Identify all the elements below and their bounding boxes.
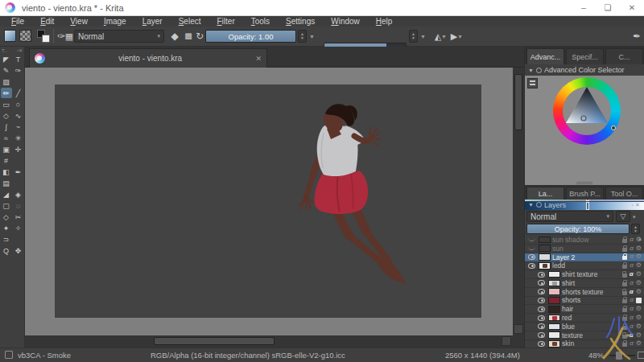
gear-icon[interactable]: ⚙: [636, 262, 642, 269]
gear-icon[interactable]: ⚙: [636, 315, 642, 321]
menu-edit[interactable]: Edit: [32, 16, 62, 27]
polygon-tool[interactable]: ◇: [1, 110, 12, 121]
layer-row-shirt-texture[interactable]: shirt textureα⚙: [525, 270, 644, 279]
layers-docker-header[interactable]: ▼ Layers ▫✕: [525, 200, 644, 210]
layer-visibility-icon[interactable]: [536, 332, 547, 338]
gear-icon[interactable]: ⚙: [636, 332, 642, 339]
inherit-alpha-icon[interactable]: α: [630, 289, 634, 295]
layer-visibility-icon[interactable]: [536, 289, 547, 294]
gradient-swatch[interactable]: [4, 30, 16, 42]
brush-preset-icon[interactable]: [5, 351, 13, 359]
crop-tool[interactable]: #: [1, 155, 12, 166]
inherit-alpha-icon[interactable]: α: [630, 280, 634, 286]
inherit-alpha-icon[interactable]: α: [630, 245, 634, 252]
rect-select-tool[interactable]: ▢: [1, 200, 12, 211]
color-sampler-tool[interactable]: ✒: [13, 167, 24, 177]
minimize-button[interactable]: –: [572, 0, 596, 15]
reload-icon[interactable]: ↻: [193, 30, 206, 43]
gear-icon[interactable]: ⚙: [636, 340, 642, 347]
hsv-triangle[interactable]: [553, 77, 621, 145]
scroll-up-icon[interactable]: ▲: [638, 237, 642, 241]
layer-row-sun[interactable]: sunα⚙: [525, 245, 644, 253]
smart-patch-tool[interactable]: ▤: [1, 178, 12, 188]
inherit-alpha-icon[interactable]: α: [630, 340, 634, 347]
tab-brushp[interactable]: Brush P...: [566, 187, 604, 200]
color-selector-docker-header[interactable]: ▼ Advanced Color Selector: [525, 64, 644, 76]
lock-icon[interactable]: [622, 248, 627, 252]
lock-icon[interactable]: [622, 317, 627, 321]
advanced-color-selector[interactable]: [525, 76, 644, 193]
tab-specif[interactable]: Specif...: [566, 48, 604, 64]
tab-toolo[interactable]: Tool O...: [605, 187, 643, 200]
layer-row-layer-2[interactable]: Layer 2α⚙: [525, 253, 644, 262]
multibrush-tool[interactable]: ✳: [13, 133, 24, 143]
horizontal-scrollbar[interactable]: [25, 335, 524, 348]
layer-visibility-icon[interactable]: [526, 246, 537, 250]
menu-help[interactable]: Help: [368, 16, 401, 27]
gradient-tool[interactable]: ◧: [1, 167, 12, 177]
tab-c[interactable]: C...: [605, 48, 643, 64]
brush-editor-icon[interactable]: ✒: [630, 30, 643, 43]
freehand-brush-tool[interactable]: ✏: [1, 88, 12, 98]
vertical-scrollbar[interactable]: [513, 68, 524, 335]
gear-icon[interactable]: ⚙: [636, 245, 642, 252]
toolbox-header-buttons[interactable]: ▫✕: [17, 47, 23, 53]
tab-close-icon[interactable]: ✕: [255, 55, 262, 63]
gear-icon[interactable]: ⚙: [636, 253, 642, 260]
layer-style-icon[interactable]: [636, 298, 642, 303]
layer-opacity-spinner[interactable]: ▲▼: [631, 224, 640, 234]
eraser-icon[interactable]: ◆: [168, 30, 181, 43]
background-color[interactable]: [42, 35, 50, 43]
inherit-alpha-icon[interactable]: α: [630, 237, 634, 243]
dynamic-brush-tool[interactable]: ≈: [1, 133, 12, 143]
selector-settings-icon[interactable]: [527, 78, 538, 88]
layer-visibility-icon[interactable]: [526, 237, 537, 241]
ellipse-tool[interactable]: ○: [13, 99, 24, 109]
freehand-select-tool[interactable]: ✂: [13, 212, 24, 222]
ellipse-select-tool[interactable]: ◌: [13, 200, 24, 211]
layer-row-red[interactable]: redα⚙: [525, 314, 644, 323]
chevron-down-icon[interactable]: ▼: [420, 34, 426, 39]
scrollbar-button[interactable]: [514, 324, 523, 334]
freehand-path-tool[interactable]: ~: [13, 121, 24, 132]
lock-icon[interactable]: [622, 326, 627, 330]
layer-row-hair[interactable]: hairα⚙: [525, 305, 644, 314]
horizontal-scrollbar-thumb[interactable]: [154, 337, 275, 345]
layer-visibility-icon[interactable]: [536, 306, 547, 312]
opacity-spinner[interactable]: ▲▼: [298, 30, 307, 43]
layer-opacity-slider[interactable]: Opacity: 100%: [526, 224, 630, 234]
blend-mode-dropdown[interactable]: Normal ▾: [74, 30, 164, 43]
menu-select[interactable]: Select: [171, 16, 209, 27]
layer-row-ledd[interactable]: leddα⚙: [525, 261, 644, 270]
canvas-viewport[interactable]: [25, 68, 513, 335]
chevron-down-icon[interactable]: ▼: [457, 34, 463, 39]
menu-file[interactable]: File: [3, 16, 32, 27]
layer-visibility-icon[interactable]: [526, 263, 537, 269]
layer-visibility-icon[interactable]: [536, 298, 547, 303]
document-tab[interactable]: viento - viento.kra ✕: [29, 48, 267, 68]
layer-row-shirt[interactable]: shirtα⚙: [525, 279, 644, 288]
menu-tools[interactable]: Tools: [243, 16, 278, 27]
zoom-slider-thumb[interactable]: [616, 352, 622, 360]
chevron-down-icon[interactable]: ▼: [309, 34, 315, 39]
tab-la[interactable]: La...: [526, 187, 564, 200]
fill-pattern-tool[interactable]: ▨: [1, 76, 12, 87]
inherit-alpha-icon[interactable]: α: [630, 262, 634, 269]
polygon-select-tool[interactable]: ◇: [1, 212, 12, 222]
docker-float-close-icons[interactable]: ▫✕: [632, 202, 642, 208]
hue-ring-cursor[interactable]: [612, 126, 616, 130]
lock-icon[interactable]: [622, 308, 627, 312]
edit-shapes-tool[interactable]: ✎: [1, 65, 12, 76]
fill-tool[interactable]: ◈: [13, 189, 24, 200]
lock-icon[interactable]: [622, 239, 627, 243]
gear-icon[interactable]: ⚙: [636, 289, 642, 295]
lock-icon[interactable]: [622, 291, 627, 295]
inherit-alpha-icon[interactable]: α: [630, 297, 634, 303]
zoom-slider[interactable]: [609, 355, 635, 356]
transform-tool[interactable]: ▣: [1, 144, 12, 154]
zoom-tool[interactable]: Q: [1, 245, 12, 256]
inherit-alpha-icon[interactable]: α: [630, 323, 634, 330]
foreground-background-colors[interactable]: [37, 30, 50, 43]
layer-filter-icon[interactable]: ▽: [616, 211, 630, 222]
opacity-slider[interactable]: Opacity: 1.00: [205, 30, 296, 43]
